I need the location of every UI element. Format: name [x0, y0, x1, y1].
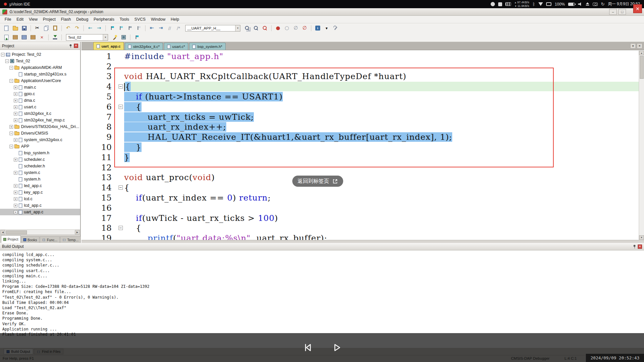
expander-plus-icon[interactable]: + — [14, 204, 17, 207]
tab-project[interactable]: Project — [1, 235, 21, 243]
tree-item-Application/MDK-ARM[interactable]: −Application/MDK-ARM — [0, 64, 80, 71]
navigate-forward-button[interactable]: → — [95, 24, 103, 32]
tree-item-gpio.c[interactable]: +gpio.c — [0, 91, 80, 97]
tab-list-dropdown-icon[interactable]: ▾ — [630, 43, 636, 49]
menu-item-help[interactable]: Help — [168, 16, 182, 22]
expander-minus-icon[interactable]: − — [5, 59, 9, 63]
play-button[interactable] — [331, 342, 343, 353]
skip-previous-button[interactable] — [302, 342, 314, 353]
cut-button[interactable]: ✂ — [33, 24, 41, 32]
tree-item-main.c[interactable]: +main.c — [0, 84, 80, 91]
back-to-tab-button[interactable]: 返回到标签页 — [292, 176, 343, 187]
file-extensions-button[interactable] — [133, 33, 141, 41]
expander-minus-icon[interactable]: − — [10, 145, 13, 148]
wifi-icon[interactable] — [538, 2, 543, 6]
tree-item-lcd.c[interactable]: +lcd.c — [0, 196, 80, 202]
find-in-files-button[interactable] — [243, 24, 251, 32]
stop-build-button[interactable]: ✕ — [38, 33, 46, 41]
expander-plus-icon[interactable]: + — [14, 92, 17, 96]
save-button[interactable] — [20, 24, 28, 32]
tree-item-Project: Test_02[interactable]: −Project: Test_02 — [0, 51, 80, 58]
scrollbar-thumb[interactable] — [6, 230, 27, 234]
tree-item-lcd_app.c[interactable]: +lcd_app.c — [0, 202, 80, 209]
screenshot-icon[interactable] — [593, 3, 598, 6]
translate-button[interactable] — [2, 33, 11, 41]
new-file-button[interactable] — [2, 24, 11, 32]
tab-usart.c[interactable]: usart.c* — [164, 43, 188, 50]
tab-stm32g4xx_it.c[interactable]: stm32g4xx_it.c* — [125, 43, 163, 50]
sync-icon[interactable]: ↻ — [601, 2, 605, 6]
tree-item-stm32g4xx_it.c[interactable]: +stm32g4xx_it.c — [0, 110, 80, 117]
expander-plus-icon[interactable]: + — [14, 184, 17, 188]
tree-item-system.c[interactable]: +system.c — [0, 169, 80, 176]
maximize-button[interactable]: □ — [618, 9, 626, 15]
configure-dropdown-button[interactable]: ▾ — [322, 24, 331, 32]
indent-button[interactable]: ⇥ — [157, 24, 165, 32]
tab-books[interactable]: Books — [21, 236, 39, 243]
options-for-target-button[interactable] — [111, 33, 119, 41]
expander-plus-icon[interactable]: + — [14, 138, 17, 142]
expander-minus-icon[interactable]: − — [10, 79, 13, 83]
kill-all-breakpoints-button[interactable]: ∅ — [300, 24, 309, 32]
tree-item-led_app.c[interactable]: +led_app.c — [0, 182, 80, 189]
expander-minus-icon[interactable]: − — [10, 66, 13, 70]
undo-button[interactable]: ↶ — [64, 24, 72, 32]
tab-templates[interactable]: ()Temp... — [60, 236, 81, 243]
toggle-breakpoint-button[interactable]: ● — [274, 24, 282, 32]
expander-plus-icon[interactable]: + — [14, 197, 17, 201]
insert-bookmark-button[interactable] — [108, 24, 116, 32]
expander-plus-icon[interactable]: + — [14, 191, 17, 194]
expander-plus-icon[interactable]: + — [14, 210, 17, 214]
menu-item-debug[interactable]: Debug — [74, 16, 91, 22]
tree-item-scheduler.c[interactable]: +scheduler.c — [0, 156, 80, 163]
expander-plus-icon[interactable]: + — [14, 112, 17, 116]
scrollbar-thumb[interactable] — [640, 56, 644, 79]
find-button[interactable] — [252, 24, 260, 32]
pin-icon[interactable] — [633, 245, 636, 248]
tree-item-Application/User/Core[interactable]: −Application/User/Core — [0, 77, 80, 84]
expander-plus-icon[interactable]: + — [14, 105, 17, 109]
batch-build-button[interactable] — [29, 33, 37, 41]
panel-close-icon[interactable]: ✕ — [638, 245, 642, 249]
tab-functions[interactable]: {}Func... — [40, 236, 60, 243]
notification-icon[interactable] — [491, 2, 495, 6]
paste-button[interactable] — [51, 24, 59, 32]
scroll-left-icon[interactable]: ◀ — [0, 230, 5, 234]
rebuild-button[interactable] — [20, 33, 28, 41]
manage-components-button[interactable] — [120, 33, 128, 41]
expander-plus-icon[interactable]: + — [14, 118, 17, 122]
volume-icon[interactable] — [578, 2, 582, 6]
splitter[interactable] — [81, 240, 644, 243]
expander-plus-icon[interactable]: + — [14, 171, 17, 175]
editor-vscrollbar[interactable]: ▲ ▼ — [639, 51, 644, 240]
code-area[interactable]: 1#include "uart_app.h"23void HAL_UART_Rx… — [81, 51, 644, 240]
redo-button[interactable]: ↷ — [73, 24, 81, 32]
tree-item-bsp_system.h[interactable]: bsp_system.h — [0, 150, 80, 156]
tree-item-system_stm32g4xx.c[interactable]: +system_stm32g4xx.c — [0, 137, 80, 143]
fold-collapse-icon[interactable]: − — [119, 226, 123, 230]
tree-item-key_app.c[interactable]: +key_app.c — [0, 189, 80, 196]
menu-item-view[interactable]: View — [26, 16, 40, 22]
menu-item-file[interactable]: File — [2, 16, 14, 22]
tree-item-Drivers/STM32G4xx_HAL_Dri...[interactable]: +Drivers/STM32G4xx_HAL_Dri... — [0, 123, 80, 130]
expander-plus-icon[interactable]: + — [14, 86, 17, 89]
unindent-button[interactable]: ⇤ — [148, 24, 156, 32]
tree-item-Drivers/CMSIS[interactable]: −Drivers/CMSIS — [0, 130, 80, 137]
scroll-down-icon[interactable]: ▼ — [639, 235, 644, 240]
fold-collapse-icon[interactable]: − — [119, 84, 123, 89]
settings-button[interactable] — [331, 24, 340, 32]
scroll-right-icon[interactable]: ▶ — [75, 230, 80, 234]
combo-dropdown-icon[interactable]: ▾ — [235, 25, 240, 31]
tree-item-dma.c[interactable]: +dma.c — [0, 97, 80, 104]
copy-button[interactable] — [42, 24, 50, 32]
open-file-button[interactable] — [11, 24, 19, 32]
build-button[interactable] — [11, 33, 19, 41]
tree-item-Test_02[interactable]: −Test_02 — [0, 58, 80, 64]
navigate-back-button[interactable]: ← — [86, 24, 94, 32]
clear-bookmarks-button[interactable] — [135, 24, 143, 32]
expander-plus-icon[interactable]: + — [14, 158, 17, 161]
eject-icon[interactable] — [586, 2, 589, 6]
menu-item-window[interactable]: Window — [148, 16, 168, 22]
disable-breakpoint-button[interactable]: ○ — [283, 24, 291, 32]
fold-collapse-icon[interactable]: − — [119, 185, 123, 190]
